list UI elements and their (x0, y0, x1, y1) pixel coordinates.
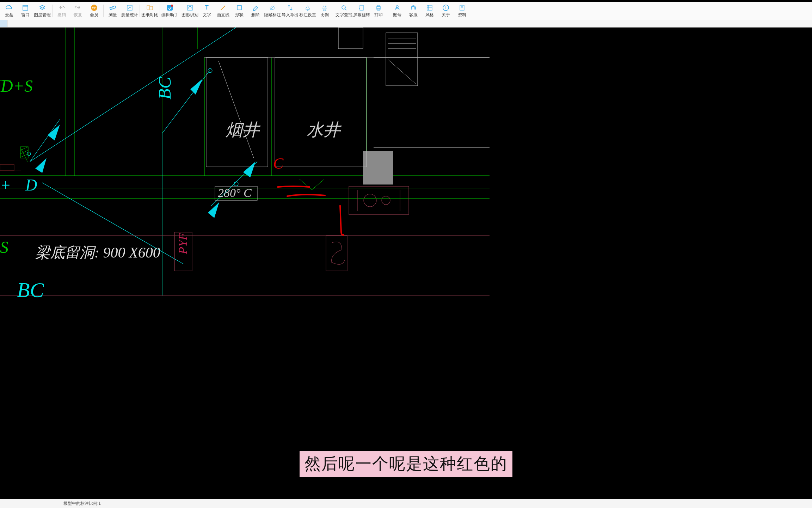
label-bc-bottom: BC (17, 278, 44, 302)
line-icon (220, 4, 227, 11)
toolbar-text-label: 文字 (203, 12, 211, 18)
toolbar-import-export-label: 导入导出 (282, 12, 299, 18)
toolbar-measure-stat-label: 测量统计 (121, 12, 138, 18)
tab-active[interactable] (0, 20, 7, 27)
toolbar-separator (388, 5, 388, 17)
toolbar-layer-label: 图层管理 (34, 12, 51, 18)
svg-point-11 (171, 5, 173, 7)
measure-stat-icon (126, 4, 133, 11)
hide-anno-icon (269, 4, 276, 11)
toolbar-window-button[interactable]: 窗口 (18, 3, 33, 19)
toolbar-separator (334, 5, 334, 17)
toolbar-account-button[interactable]: 账号 (389, 3, 405, 19)
svg-point-55 (27, 152, 31, 156)
toolbar-shape-button[interactable]: 形状 (232, 3, 247, 19)
toolbar-edit-helper-button[interactable]: 编辑助手 (161, 3, 178, 19)
toolbar-hide-anno-label: 隐藏标注 (264, 12, 281, 18)
toolbar-redo-button[interactable]: 恢复 (70, 3, 86, 19)
svg-text:VIP: VIP (92, 7, 96, 9)
svg-line-86 (20, 154, 28, 157)
rotate-icon (358, 4, 365, 11)
toolbar-account-label: 账号 (393, 12, 401, 18)
toolbar-support-label: 客服 (409, 12, 418, 18)
svg-point-18 (307, 9, 308, 11)
svg-text:T: T (205, 5, 209, 11)
text-icon: T (203, 4, 210, 11)
svg-line-48 (30, 119, 60, 162)
toolbar-rotate-button[interactable]: 屏幕旋转 (353, 3, 370, 19)
status-bar: 模型中的标注比例:1 (0, 499, 812, 508)
toolbar-layer-button[interactable]: 图层管理 (34, 3, 51, 19)
toolbar-separator (160, 5, 160, 17)
svg-point-13 (189, 6, 191, 9)
toolbar-measure-button[interactable]: 测量 (105, 3, 121, 19)
toolbar-shape-rec-button[interactable]: 图形识别 (182, 3, 198, 19)
import-export-icon (287, 4, 294, 11)
svg-line-72 (219, 61, 254, 158)
erase-icon (252, 4, 259, 11)
status-scale-text: 模型中的标注比例:1 (63, 501, 101, 506)
toolbar-measure-label: 测量 (109, 12, 117, 18)
svg-text:A:B: A:B (322, 5, 327, 8)
toolbar-docs-label: 资料 (458, 12, 466, 18)
cloud-icon (6, 4, 13, 11)
vip-icon: VIP (91, 4, 98, 11)
toolbar-erase-button[interactable]: 删除 (248, 3, 263, 19)
main-toolbar: 云盘窗口图层管理撤销恢复VIP会员测量测量统计图纸对比编辑助手图形识别T文字画直… (0, 2, 812, 20)
toolbar-text-button[interactable]: T文字 (199, 3, 215, 19)
support-icon (410, 4, 417, 11)
svg-rect-9 (150, 6, 153, 10)
svg-text:1:1: 1:1 (323, 8, 326, 11)
toolbar-import-export-button[interactable]: 导入导出 (282, 3, 299, 19)
print-icon (375, 4, 382, 11)
label-pyf: PYF (176, 233, 190, 254)
measure-icon (109, 4, 116, 11)
svg-text:i: i (445, 6, 446, 10)
toolbar-undo-label: 撤销 (57, 12, 66, 18)
toolbar-window-label: 窗口 (21, 12, 30, 18)
toolbar-anno-set-button[interactable]: 标注设置 (299, 3, 316, 19)
svg-line-47 (30, 28, 247, 162)
toolbar-style-button[interactable]: 风格 (422, 3, 437, 19)
label-temperature: 280° C (218, 186, 252, 200)
svg-rect-88 (0, 164, 14, 171)
svg-line-71 (388, 59, 416, 84)
toolbar-hide-anno-button[interactable]: 隐藏标注 (264, 3, 281, 19)
toolbar-find-text-button[interactable]: 文字查找 (336, 3, 352, 19)
toolbar-redo-label: 恢复 (74, 12, 82, 18)
svg-rect-8 (147, 6, 150, 9)
svg-line-23 (345, 9, 346, 10)
svg-rect-12 (187, 5, 192, 10)
toolbar-separator (103, 5, 104, 17)
cad-canvas[interactable]: D+S BC 烟井 水井 280° C PYF 梁底留洞: 900 X600 B… (0, 28, 812, 498)
svg-rect-24 (360, 5, 363, 10)
toolbar-shape-label: 形状 (235, 12, 244, 18)
svg-line-84 (20, 147, 28, 150)
toolbar-compare-button[interactable]: 图纸对比 (141, 3, 158, 19)
shape-icon (236, 4, 243, 11)
about-icon: i (442, 4, 449, 11)
toolbar-undo-button[interactable]: 撤销 (54, 3, 69, 19)
toolbar-vip-button[interactable]: VIP会员 (86, 3, 102, 19)
scale-icon: A:B1:1 (321, 4, 328, 11)
label-c-red: C (273, 155, 283, 173)
toolbar-docs-button[interactable]: 资料 (454, 3, 470, 19)
toolbar-shape-rec-label: 图形识别 (182, 12, 198, 18)
label-s-left: S (0, 237, 8, 257)
toolbar-cloud-button[interactable]: 云盘 (1, 3, 17, 19)
docs-icon (459, 4, 466, 11)
toolbar-line-button[interactable]: 画直线 (215, 3, 231, 19)
toolbar-scale-button[interactable]: A:B1:1比例 (317, 3, 332, 19)
toolbar-separator (140, 5, 140, 17)
find-text-icon (340, 4, 347, 11)
toolbar-print-button[interactable]: 打印 (371, 3, 386, 19)
toolbar-measure-stat-button[interactable]: 测量统计 (121, 3, 138, 19)
svg-point-54 (234, 182, 238, 186)
toolbar-support-button[interactable]: 客服 (406, 3, 421, 19)
svg-marker-59 (243, 162, 256, 177)
label-shuijing: 水井 (307, 119, 340, 141)
redo-icon (74, 4, 81, 11)
toolbar-style-label: 风格 (425, 12, 434, 18)
label-plus: + (0, 176, 11, 194)
toolbar-about-button[interactable]: i关于 (438, 3, 454, 19)
